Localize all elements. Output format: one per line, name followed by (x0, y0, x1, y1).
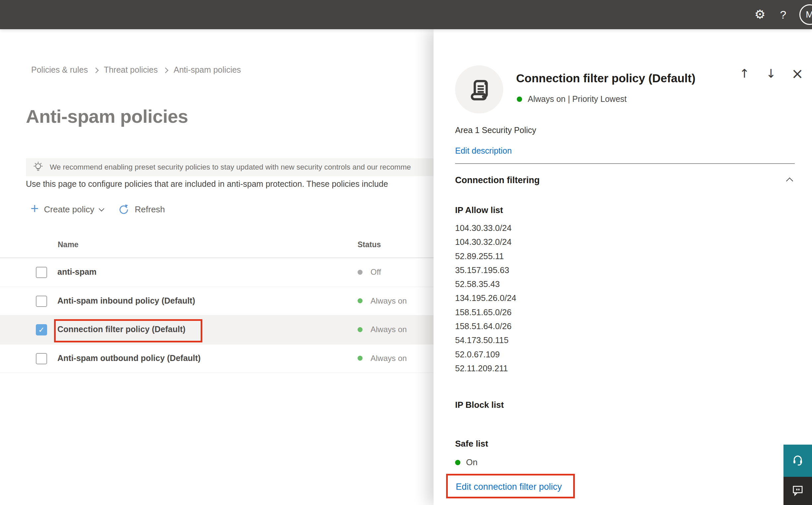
divider (455, 163, 795, 164)
breadcrumb-threat-policies[interactable]: Threat policies (104, 65, 158, 75)
ip-address: 54.173.50.115 (455, 333, 516, 347)
policy-status: Off (358, 268, 381, 277)
page-title: Anti-spam policies (26, 106, 188, 127)
toolbar: + Create policy Refresh (30, 204, 165, 215)
chevron-right-icon (93, 67, 98, 73)
status-dot (358, 356, 363, 361)
headset-icon (790, 453, 805, 469)
policy-name: anti-spam (57, 267, 96, 277)
status-label: Always on (371, 325, 407, 334)
ip-address: 52.11.209.211 (455, 361, 516, 375)
table-row-selected[interactable]: ✓ Connection filter policy (Default) Alw… (0, 316, 464, 344)
refresh-button[interactable]: Refresh (118, 204, 165, 215)
row-checkbox[interactable] (36, 267, 47, 278)
settings-gear-icon[interactable]: ⚙ (748, 0, 772, 29)
help-icon[interactable]: ? (772, 0, 795, 29)
edit-connection-filter-policy-link[interactable]: Edit connection filter policy (456, 482, 562, 492)
feedback-chat-button[interactable] (784, 477, 812, 505)
column-header-status[interactable]: Status (358, 240, 381, 249)
account-avatar[interactable]: M (799, 4, 812, 25)
banner-text: We recommend enabling preset security po… (50, 163, 411, 172)
ip-address: 35.157.195.63 (455, 263, 516, 277)
feedback-chat-icon (791, 483, 805, 498)
create-policy-label: Create policy (44, 204, 94, 215)
policies-table: Name Status anti-spam Off Anti-spam inbo… (0, 235, 464, 373)
details-flyout-panel: ↑ ↓ × Connection filter policy (Default)… (433, 29, 812, 505)
screen: ⚙ ? M Policies & rules Threat policies A… (0, 0, 812, 505)
column-header-name[interactable]: Name (58, 240, 78, 249)
table-row[interactable]: Anti-spam outbound policy (Default) Alwa… (0, 344, 464, 373)
safe-list-label: Safe list (455, 439, 488, 449)
ip-allow-list: 104.30.33.0/24 104.30.32.0/24 52.89.255.… (455, 221, 516, 375)
status-label: Off (371, 268, 381, 277)
policy-name: Anti-spam outbound policy (Default) (57, 353, 201, 363)
lightbulb-icon (32, 161, 44, 174)
status-label: Always on (371, 296, 407, 306)
table-row[interactable]: anti-spam Off (0, 258, 464, 287)
ip-address: 52.58.35.43 (455, 277, 516, 291)
edit-description-link[interactable]: Edit description (455, 146, 512, 156)
check-icon: ✓ (38, 326, 44, 334)
section-title: Connection filtering (455, 175, 540, 185)
ip-address: 134.195.26.0/24 (455, 291, 516, 305)
ip-address: 52.89.255.11 (455, 249, 516, 263)
policy-description: Area 1 Security Policy (455, 126, 536, 135)
plus-icon: + (30, 203, 39, 215)
panel-status-line: Always on | Priority Lowest (517, 94, 627, 104)
ip-block-list-label: IP Block list (455, 400, 504, 410)
breadcrumb: Policies & rules Threat policies Anti-sp… (31, 65, 241, 75)
ip-address: 104.30.32.0/24 (455, 235, 516, 249)
policy-status: Always on (358, 325, 407, 334)
ip-address: 158.51.65.0/26 (455, 305, 516, 319)
status-dot (358, 327, 363, 332)
breadcrumb-policies-rules[interactable]: Policies & rules (31, 65, 88, 75)
row-checkbox[interactable] (36, 296, 47, 307)
close-panel-button[interactable]: × (790, 66, 805, 81)
policy-status: Always on (358, 354, 407, 363)
refresh-icon (118, 204, 129, 215)
policy-name: Anti-spam inbound policy (Default) (57, 296, 195, 306)
row-checkbox[interactable]: ✓ (36, 324, 47, 335)
panel-title: Connection filter policy (Default) (516, 72, 695, 85)
topbar: ⚙ ? M (0, 0, 812, 29)
ip-allow-list-label: IP Allow list (455, 205, 503, 215)
next-item-button[interactable]: ↓ (764, 66, 778, 81)
chevron-up-icon[interactable] (786, 177, 793, 184)
status-dot (517, 97, 522, 102)
ip-address: 52.0.67.109 (455, 347, 516, 361)
status-dot (455, 460, 460, 465)
chevron-down-icon (99, 206, 105, 212)
status-priority-label: Always on | Priority Lowest (528, 94, 627, 104)
row-checkbox[interactable] (36, 353, 47, 364)
policy-status: Always on (358, 296, 407, 306)
ip-address: 104.30.33.0/24 (455, 221, 516, 235)
policy-scroll-icon (455, 65, 503, 114)
previous-item-button[interactable]: ↑ (737, 66, 752, 81)
table-header: Name Status (0, 235, 464, 258)
create-policy-button[interactable]: + Create policy (30, 204, 104, 215)
support-headset-button[interactable] (784, 445, 812, 477)
safe-list-status-label: On (466, 457, 478, 468)
status-label: Always on (371, 354, 407, 363)
refresh-label: Refresh (135, 204, 165, 215)
safe-list-status: On (455, 457, 478, 468)
status-dot (358, 298, 363, 303)
panel-nav: ↑ ↓ × (737, 66, 805, 81)
policy-name: Connection filter policy (Default) (57, 325, 185, 334)
table-row[interactable]: Anti-spam inbound policy (Default) Alway… (0, 287, 464, 316)
status-dot (358, 270, 363, 275)
chevron-right-icon (163, 67, 169, 73)
ip-address: 158.51.64.0/26 (455, 319, 516, 333)
breadcrumb-anti-spam-policies[interactable]: Anti-spam policies (174, 65, 241, 75)
connection-filtering-section-header[interactable]: Connection filtering (455, 175, 795, 185)
